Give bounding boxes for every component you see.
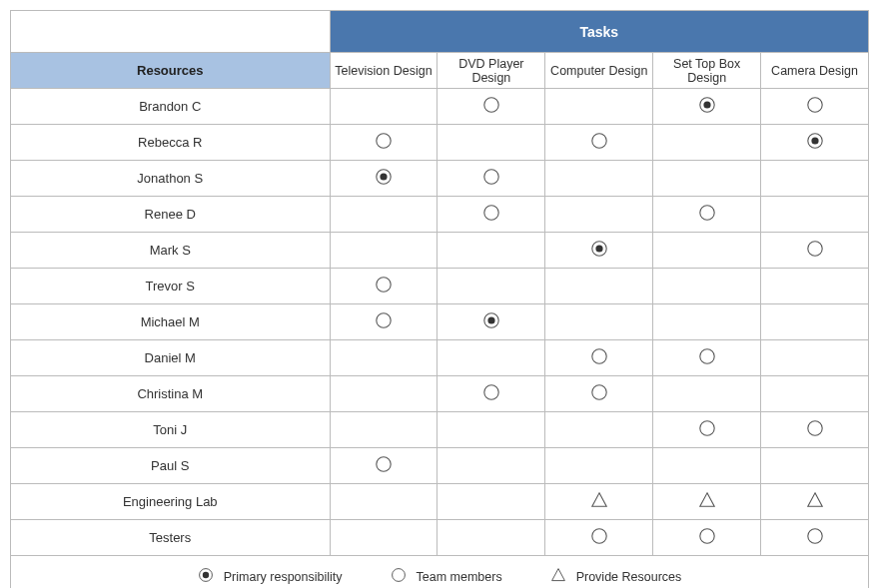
resource-name: Michael M [11,304,331,340]
svg-point-31 [699,529,713,543]
assignment-cell [438,161,545,197]
assignment-cell [330,376,438,412]
assignment-cell [545,197,653,233]
assignment-cell [653,520,761,556]
svg-point-17 [377,313,391,327]
assignment-cell [761,448,869,484]
assignment-cell [761,89,869,125]
assignment-cell [438,304,545,340]
assignment-cell [761,125,869,161]
assignment-cell [761,484,869,520]
task-header: Camera Design [761,53,869,89]
assignment-cell [330,448,438,484]
filled-circle-icon [482,311,500,332]
assignment-cell [545,161,653,197]
svg-point-24 [699,421,713,435]
svg-point-35 [392,569,405,582]
open-circle-icon [590,527,608,548]
task-header: Television Design [330,53,438,89]
assignment-cell [545,412,653,448]
assignment-cell [545,484,653,520]
resource-name: Brandon C [11,89,331,125]
resource-name: Toni J [11,412,331,448]
open-circle-icon [698,347,716,368]
assignment-cell [438,484,545,520]
assignment-cell [438,89,545,125]
assignment-cell [653,197,761,233]
responsibility-matrix: Tasks Resources Television DesignDVD Pla… [10,10,869,588]
assignment-cell [653,376,761,412]
svg-point-30 [592,529,606,543]
resource-name: Rebecca R [11,125,331,161]
assignment-cell [330,233,438,269]
assignment-cell [653,269,761,304]
svg-point-23 [592,385,606,399]
svg-point-9 [380,173,387,180]
table-row: Testers [11,520,869,556]
table-row: Renee D [11,197,869,233]
assignment-cell [330,269,438,304]
open-circle-icon [375,455,393,476]
assignment-cell [438,269,545,304]
assignment-cell [653,89,761,125]
open-circle-icon [806,240,824,261]
assignment-cell [653,304,761,340]
assignment-cell [330,197,438,233]
assignment-cell [545,340,653,376]
table-row: Rebecca R [11,125,869,161]
open-circle-icon [698,204,716,225]
svg-point-11 [484,206,498,220]
svg-point-26 [377,457,391,471]
task-header: Set Top Box Design [653,53,761,89]
assignment-cell [330,484,438,520]
triangle-icon [806,491,824,512]
assignment-cell [761,304,869,340]
task-header: DVD Player Design [438,53,545,89]
open-circle-icon [482,204,500,225]
open-circle-icon [698,527,716,548]
filled-circle-icon [590,240,608,261]
open-circle-icon [806,96,824,117]
table-row: Michael M [11,304,869,340]
assignment-cell [761,412,869,448]
assignment-cell [438,448,545,484]
assignment-cell [761,269,869,304]
assignment-cell [653,484,761,520]
resource-name: Engineering Lab [11,484,331,520]
assignment-cell [330,412,438,448]
legend-cell: Primary responsibility Team members Prov… [11,556,869,589]
svg-point-14 [595,245,602,252]
filled-circle-icon [698,96,716,117]
resource-name: Paul S [11,448,331,484]
table-row: Paul S [11,448,869,484]
assignment-cell [653,233,761,269]
svg-marker-29 [807,493,821,507]
assignment-cell [438,340,545,376]
svg-point-25 [807,421,821,435]
svg-point-5 [592,134,606,148]
table-row: Jonathon S [11,161,869,197]
table-row: Brandon C [11,89,869,125]
resource-name: Testers [11,520,331,556]
table-row: Daniel M [11,340,869,376]
assignment-cell [761,233,869,269]
open-circle-icon [806,419,824,440]
assignment-cell [545,520,653,556]
assignment-cell [545,376,653,412]
assignment-cell [330,125,438,161]
svg-point-21 [699,349,713,363]
svg-point-34 [203,572,209,578]
assignment-cell [545,304,653,340]
svg-marker-36 [551,569,564,581]
svg-point-22 [484,385,498,399]
table-row: Christina M [11,376,869,412]
resources-header: Resources [11,53,331,89]
assignment-cell [330,89,438,125]
assignment-cell [761,340,869,376]
assignment-cell [438,197,545,233]
tasks-header: Tasks [330,11,868,53]
svg-marker-28 [699,493,713,507]
assignment-cell [653,340,761,376]
assignment-cell [438,520,545,556]
assignment-cell [330,161,438,197]
